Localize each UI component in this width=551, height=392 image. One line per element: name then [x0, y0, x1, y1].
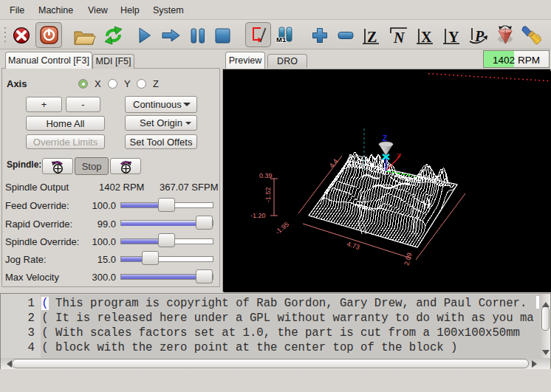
svg-text:-1.20: -1.20: [250, 212, 266, 219]
svg-text:Y: Y: [448, 29, 459, 45]
svg-text:4.4: 4.4: [328, 157, 340, 169]
svg-text:2.09: 2.09: [403, 252, 413, 267]
svg-text:-1.95: -1.95: [274, 221, 290, 236]
svg-text:Z: Z: [367, 29, 377, 45]
svg-text:0.39: 0.39: [259, 172, 273, 179]
svg-text:-1.52: -1.52: [264, 187, 272, 202]
svg-text:Z: Z: [383, 134, 387, 142]
svg-text:X: X: [421, 29, 432, 45]
svg-text:M1: M1: [276, 35, 287, 44]
svg-text:N: N: [393, 30, 405, 46]
svg-text:4.73: 4.73: [346, 240, 360, 251]
